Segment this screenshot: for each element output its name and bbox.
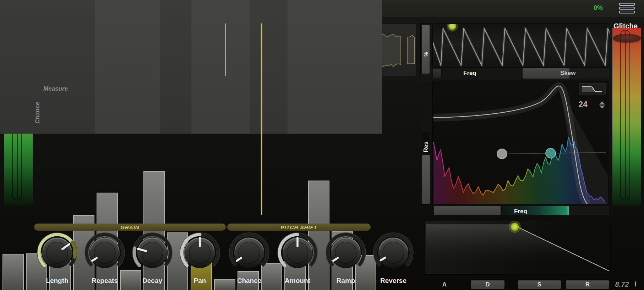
pitch-shift-title: PITCH SHIFT <box>280 224 317 230</box>
grain-title: GRAIN <box>120 224 139 230</box>
decay-slider[interactable]: D <box>471 280 504 289</box>
lfo-skew-label: Skew <box>560 70 575 77</box>
release-slider[interactable]: R <box>566 280 609 289</box>
reverse-knob-label: Reverse <box>367 277 420 285</box>
ramp-knob-label: Ramp <box>319 277 372 285</box>
edit-cursor: _| <box>632 280 637 286</box>
repeats-knob-label: Repeats <box>78 277 131 285</box>
chance-knob-label: Chance <box>223 277 276 285</box>
attack-label[interactable]: A <box>440 280 449 289</box>
decay-knob-label: Decay <box>126 277 179 285</box>
chance-knob[interactable] <box>228 231 271 274</box>
playhead-line <box>225 23 226 76</box>
pan-knob-label: Pan <box>173 277 227 285</box>
envelope-curve <box>425 221 611 275</box>
filter-slope-value[interactable]: 24 <box>572 100 594 109</box>
reverse-knob[interactable] <box>372 231 415 274</box>
filter-type-button[interactable] <box>579 83 606 95</box>
lfo-display[interactable] <box>432 23 610 68</box>
lfo-freq-label: Freq <box>463 70 476 77</box>
filter-freq-label: Freq <box>514 208 527 215</box>
repeats-knob[interactable] <box>83 231 126 274</box>
chance-label: Chance <box>34 92 41 124</box>
lowpass-icon <box>581 85 603 93</box>
lfo-freq-slider[interactable] <box>443 68 521 79</box>
pan-knob[interactable] <box>179 231 221 274</box>
amount-knob[interactable] <box>276 231 319 274</box>
plugin-window: ‹ Automated Chaos › AUTO <box>0 0 644 290</box>
lfo-waveform <box>433 24 610 68</box>
grain-section-header: GRAIN <box>34 224 226 231</box>
amount-knob-label: Amount <box>271 277 324 285</box>
length-knob[interactable] <box>36 231 78 274</box>
measure-label: Measure <box>43 85 68 92</box>
envelope-display[interactable] <box>425 221 611 275</box>
release-value[interactable]: 8.72 <box>611 280 633 289</box>
lfo-amount-slider[interactable]: % <box>420 23 431 76</box>
decay-knob[interactable] <box>131 231 174 274</box>
lfo-amount-label: % <box>423 42 429 57</box>
pitch-shift-section-header: PITCH SHIFT <box>227 224 371 231</box>
loop-marker-line[interactable] <box>261 23 262 215</box>
filter-mix-slider[interactable] <box>434 206 501 215</box>
length-knob-label: Length <box>31 277 84 285</box>
ramp-knob[interactable] <box>324 231 367 274</box>
chance-step-editor[interactable] <box>0 0 382 134</box>
lfo-sync-checkbox[interactable] <box>432 68 442 78</box>
sustain-slider[interactable]: S <box>518 280 561 289</box>
filter-res-label: Res <box>422 132 430 154</box>
